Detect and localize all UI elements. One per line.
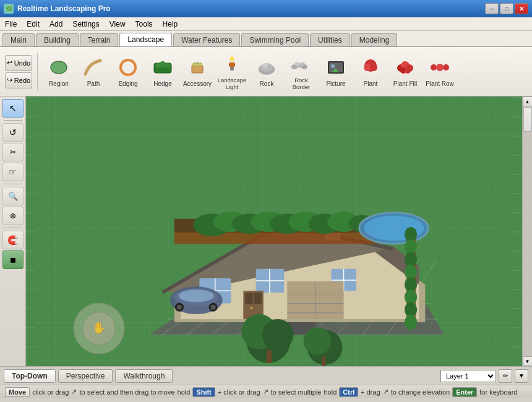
canvas-area[interactable]: ✋ <box>26 96 522 366</box>
rotate-tool[interactable]: ↺ <box>2 123 24 142</box>
region-icon <box>48 56 70 79</box>
view-tab-walkthrough[interactable]: Walkthrough <box>115 369 173 383</box>
cut-tool[interactable]: ✂ <box>2 143 24 161</box>
hand-tool[interactable]: ☞ <box>2 163 24 181</box>
crosshair-tool[interactable]: ⊕ <box>2 207 24 225</box>
status-text-5: to select multiple <box>271 388 322 396</box>
tool-accessory[interactable]: Accessory <box>181 53 213 91</box>
grid-tool[interactable]: ◼ <box>2 250 24 269</box>
redo-button[interactable]: ↪ Redo <box>5 72 32 88</box>
tool-plant[interactable]: Plant <box>354 53 387 91</box>
toolbar-sep-3 <box>4 228 22 228</box>
tool-rock[interactable]: Rock <box>251 53 283 91</box>
undo-icon: ↩ <box>7 59 12 67</box>
svg-rect-7 <box>193 63 202 66</box>
menu-item-settings[interactable]: Settings <box>67 19 104 30</box>
svg-rect-118 <box>322 357 325 366</box>
undo-redo: ↩ Undo ↪ Redo <box>5 55 32 88</box>
svg-point-111 <box>211 305 216 310</box>
plant-icon <box>359 56 382 79</box>
landscape-canvas: ✋ <box>26 96 522 366</box>
status-text-2: to select and then drag to move <box>79 388 174 396</box>
tool-landscape-light[interactable]: Landscape Light <box>216 49 248 93</box>
svg-rect-80 <box>254 293 262 304</box>
tool-plant-fill[interactable]: Plant Fill <box>389 53 421 91</box>
scene-svg: ✋ <box>26 96 522 366</box>
svg-rect-6 <box>192 66 203 73</box>
svg-point-35 <box>443 64 449 71</box>
tool-rock-border[interactable]: Rock Border <box>285 49 317 93</box>
edging-icon <box>117 56 139 79</box>
tool-plant-row[interactable]: Plant Row <box>424 53 456 91</box>
tab-water-features[interactable]: Water Features <box>173 33 240 46</box>
tool-region[interactable]: Region <box>43 53 75 91</box>
svg-point-12 <box>230 57 234 61</box>
path-icon <box>82 56 105 79</box>
tab-main[interactable]: Main <box>2 33 35 46</box>
scroll-up-arrow[interactable]: ▲ <box>523 96 533 106</box>
minimize-button[interactable]: ─ <box>485 3 499 14</box>
undo-button[interactable]: ↩ Undo <box>5 55 32 71</box>
status-text-6: hold <box>324 388 337 396</box>
tab-landscape[interactable]: Landscape <box>119 33 172 46</box>
menu-item-add[interactable]: Add <box>45 19 67 30</box>
landscape-toolbar: ↩ Undo ↪ Redo Region Path Edging <box>0 47 532 96</box>
svg-point-114 <box>262 319 294 351</box>
status-text-1: click or drag <box>32 388 69 396</box>
toolbar-sep-1 <box>4 120 22 121</box>
cursor-icon-2: ↗ <box>263 388 268 396</box>
enter-key: Enter <box>452 387 477 397</box>
scroll-down-arrow[interactable]: ▼ <box>523 356 533 366</box>
menu-item-edit[interactable]: Edit <box>22 19 45 30</box>
tool-picture[interactable]: Picture <box>320 53 352 91</box>
layer-edit-button[interactable]: ✏ <box>499 369 512 383</box>
titlebar: 🌿 Realtime Landscaping Pro ─ □ ✕ <box>0 0 532 17</box>
menubar: FileEditAddSettingsViewToolsHelp <box>0 17 532 31</box>
svg-text:✋: ✋ <box>92 321 106 335</box>
menu-item-file[interactable]: File <box>0 19 22 30</box>
status-text-8: to change elevation <box>391 388 450 396</box>
titlebar-controls: ─ □ ✕ <box>485 3 528 14</box>
menu-item-tools[interactable]: Tools <box>131 19 158 30</box>
maximize-button[interactable]: □ <box>500 3 513 14</box>
tab-building[interactable]: Building <box>36 33 79 46</box>
scroll-thumb[interactable] <box>523 107 532 132</box>
left-toolbar: ↖ ↺ ✂ ☞ 🔍 ⊕ 🧲 ◼ <box>0 96 26 366</box>
status-text-9: for keyboard <box>479 388 517 396</box>
svg-point-110 <box>177 305 182 310</box>
svg-point-107 <box>179 289 214 302</box>
svg-point-23 <box>331 64 335 68</box>
svg-point-117 <box>304 327 332 355</box>
undo-redo-group: ↩ Undo ↪ Redo <box>5 55 32 88</box>
app-title: Realtime Landscaping Pro <box>17 4 111 13</box>
status-text-3: hold <box>178 388 191 396</box>
light-icon <box>221 53 243 75</box>
tab-swimming-pool[interactable]: Swimming Pool <box>241 33 309 46</box>
shift-key: Shift <box>192 387 215 397</box>
tool-hedge[interactable]: Hedge <box>147 53 179 91</box>
layer-options-button[interactable]: ▼ <box>515 369 528 383</box>
menu-item-view[interactable]: View <box>105 19 131 30</box>
zoom-tool[interactable]: 🔍 <box>2 187 24 205</box>
titlebar-left: 🌿 Realtime Landscaping Pro <box>4 4 111 14</box>
close-button[interactable]: ✕ <box>515 3 528 14</box>
tab-utilities[interactable]: Utilities <box>310 33 350 46</box>
tool-path[interactable]: Path <box>77 53 109 91</box>
right-scrollbar[interactable]: ▲ ▼ <box>522 96 532 366</box>
menu-item-help[interactable]: Help <box>158 19 183 30</box>
hedge-icon <box>152 56 174 79</box>
tab-terrain[interactable]: Terrain <box>80 33 119 46</box>
svg-point-33 <box>431 64 437 71</box>
view-tab-perspective[interactable]: Perspective <box>58 369 113 383</box>
tab-modeling[interactable]: Modeling <box>351 33 398 46</box>
layer-select[interactable]: Layer 1 <box>440 370 496 382</box>
select-tool[interactable]: ↖ <box>2 99 24 118</box>
magnet-tool[interactable]: 🧲 <box>2 231 24 249</box>
status-text-4: + click or drag <box>218 388 260 396</box>
svg-point-81 <box>250 307 252 309</box>
bottom-tabs: Top-Down Perspective Walkthrough Layer 1… <box>0 366 532 385</box>
view-tab-topdown[interactable]: Top-Down <box>4 369 56 383</box>
svg-rect-115 <box>267 351 272 363</box>
tool-edging[interactable]: Edging <box>112 53 144 91</box>
svg-point-5 <box>165 63 170 68</box>
